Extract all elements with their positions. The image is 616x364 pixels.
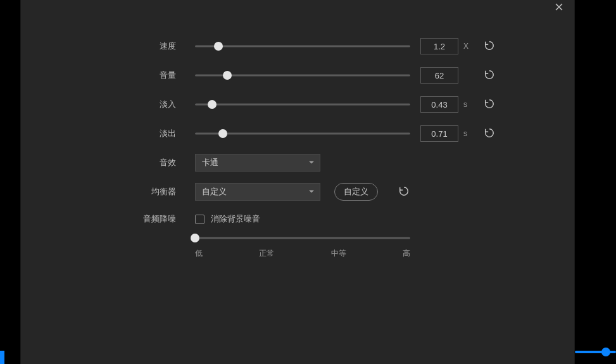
audio-settings-panel: 速度 X 音量 — [20, 0, 575, 364]
fade-out-slider[interactable] — [195, 127, 410, 140]
reset-icon — [398, 185, 410, 199]
volume-slider-thumb[interactable] — [223, 71, 232, 80]
volume-reset-button[interactable] — [482, 68, 496, 82]
row-effect: 音效 卡通 — [21, 148, 574, 177]
chevron-down-icon — [308, 187, 315, 197]
speed-slider-thumb[interactable] — [214, 42, 223, 51]
label-speed: 速度 — [21, 41, 195, 52]
row-fade-in: 淡入 s — [21, 90, 574, 119]
speed-slider[interactable] — [195, 40, 410, 53]
label-volume: 音量 — [21, 70, 195, 81]
equalizer-custom-button[interactable]: 自定义 — [334, 183, 378, 201]
fade-out-slider-thumb[interactable] — [218, 129, 227, 138]
volume-slider[interactable] — [195, 69, 410, 82]
row-equalizer: 均衡器 自定义 自定义 — [21, 177, 574, 206]
row-speed: 速度 X — [21, 32, 574, 61]
chevron-down-icon — [308, 158, 315, 168]
reset-icon — [484, 40, 495, 53]
effect-select[interactable]: 卡通 — [195, 154, 320, 172]
denoise-checkbox[interactable] — [195, 215, 204, 224]
tick-medium: 中等 — [331, 248, 346, 259]
timeline-marker[interactable] — [0, 351, 4, 364]
volume-input[interactable] — [420, 67, 458, 84]
label-effect: 音效 — [21, 157, 195, 168]
label-fade-out: 淡出 — [21, 128, 195, 139]
fade-out-unit: s — [463, 129, 470, 138]
tick-high: 高 — [403, 248, 410, 259]
equalizer-select[interactable]: 自定义 — [195, 183, 320, 201]
label-denoise: 音频降噪 — [21, 213, 195, 225]
reset-icon — [484, 127, 495, 141]
row-fade-out: 淡出 s — [21, 119, 574, 148]
denoise-slider-wrap: 低 正常 中等 高 — [195, 232, 410, 259]
denoise-slider[interactable] — [195, 232, 410, 244]
close-icon — [555, 3, 563, 13]
fade-in-input[interactable] — [420, 96, 458, 113]
fade-in-slider-thumb[interactable] — [208, 100, 217, 109]
speed-input[interactable] — [420, 38, 458, 54]
fade-in-reset-button[interactable] — [482, 97, 496, 111]
speed-unit: X — [463, 42, 470, 51]
timeline-scrub-thumb[interactable] — [601, 348, 610, 356]
speed-reset-button[interactable] — [482, 39, 496, 53]
tick-normal: 正常 — [259, 248, 274, 259]
reset-icon — [484, 98, 495, 111]
row-denoise: 音频降噪 消除背景噪音 — [21, 206, 574, 232]
row-volume: 音量 — [21, 61, 574, 90]
equalizer-select-value: 自定义 — [202, 186, 227, 198]
denoise-slider-thumb[interactable] — [191, 234, 199, 242]
fade-out-input[interactable] — [420, 125, 458, 142]
close-button[interactable] — [553, 1, 565, 14]
fade-in-unit: s — [463, 100, 470, 109]
fade-in-slider[interactable] — [195, 98, 410, 111]
denoise-ticks: 低 正常 中等 高 — [195, 248, 410, 259]
tick-low: 低 — [195, 248, 203, 259]
fade-out-reset-button[interactable] — [482, 127, 496, 141]
denoise-checkbox-label: 消除背景噪音 — [211, 213, 260, 225]
settings-rows: 速度 X 音量 — [21, 32, 574, 259]
effect-select-value: 卡通 — [202, 157, 218, 168]
reset-icon — [484, 69, 495, 82]
label-equalizer: 均衡器 — [21, 186, 195, 198]
equalizer-reset-button[interactable] — [397, 185, 411, 199]
label-fade-in: 淡入 — [21, 99, 195, 110]
